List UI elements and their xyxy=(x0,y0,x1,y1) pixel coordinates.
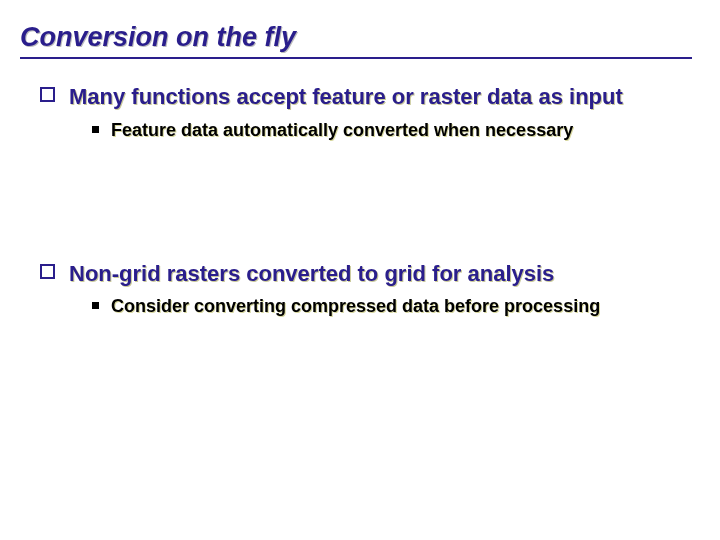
bullet-text: Non-grid rasters converted to grid for a… xyxy=(69,260,554,288)
spacer xyxy=(20,152,692,260)
bullet-level1: Non-grid rasters converted to grid for a… xyxy=(40,260,692,288)
bullet-level1: Many functions accept feature or raster … xyxy=(40,83,692,111)
bullet-level2: Feature data automatically converted whe… xyxy=(92,119,692,142)
bullet-level2: Consider converting compressed data befo… xyxy=(92,295,692,318)
bullet-text: Many functions accept feature or raster … xyxy=(69,83,623,111)
square-bullet-icon xyxy=(92,302,99,309)
bullet-text: Feature data automatically converted whe… xyxy=(111,119,573,142)
checkbox-bullet-icon xyxy=(40,264,55,279)
slide: Conversion on the fly Many functions acc… xyxy=(0,0,720,540)
bullet-text: Consider converting compressed data befo… xyxy=(111,295,600,318)
checkbox-bullet-icon xyxy=(40,87,55,102)
square-bullet-icon xyxy=(92,126,99,133)
slide-title: Conversion on the fly xyxy=(20,22,692,59)
